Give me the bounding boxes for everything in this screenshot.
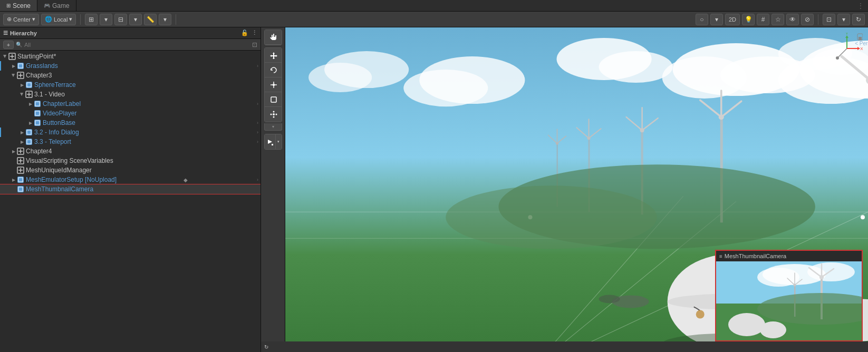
arrow-grasslands: ▶ [11,61,17,71]
tree-item-grasslands[interactable]: ▶ Grasslands › [0,61,261,71]
svg-rect-102 [272,144,273,145]
tree-item-chapter3[interactable]: ▶ Chapter3 [0,71,261,80]
tree-item-31video[interactable]: ▶ 3.1 - Video [0,90,261,99]
snap-button[interactable]: ⊞ [85,14,98,25]
tool-transform-btn[interactable] [265,107,282,122]
right-arrow-33: › [257,139,258,144]
arrow-chapter3: ▶ [9,72,18,79]
arrow-startingpoint: ▶ [1,53,10,60]
icon-chapterlabel [34,100,41,107]
tree-item-meshuniqueid[interactable]: ▶ MeshUniqueIdManager [0,165,261,175]
tree-item-startingpoint[interactable]: ▶ StartingPoint* [0,52,261,61]
tab-scene-label: Scene [13,2,31,9]
center-dropdown-icon: ▾ [32,16,35,23]
tree-item-sphereterrace[interactable]: ▶ SphereTerrace [0,80,261,90]
search-filter-icon[interactable]: ⊡ [252,41,257,48]
scene-toolbar: ⊕ Center ▾ 🌐 Local ▾ ⊞ ▾ ⊟ ▾ 📏 ▾ ○ ▾ 2D … [0,12,868,27]
hierarchy-tree: ▶ StartingPoint* ▶ Grasslands › [0,51,261,352]
arrow-buttonbase: ▶ [27,118,34,128]
center-button[interactable]: ⊕ Center ▾ [3,14,39,25]
icon-vs [17,157,24,164]
tree-item-videoplayer[interactable]: ▶ VideoPlayer [0,109,261,118]
svg-line-109 [838,48,847,57]
hierarchy-header-icon: ☰ [3,30,8,36]
extras-button[interactable]: ↻ [852,14,865,25]
snap2-dropdown[interactable]: ▾ [129,14,142,25]
tree-item-chapter4[interactable]: ▶ Chapter4 [0,146,261,156]
thumbnail-camera-label: MeshThumbnailCamera [725,253,786,259]
scene-visibility-button[interactable]: 👁 [786,14,799,25]
ruler-dropdown[interactable]: ▾ [159,14,171,25]
2d-button[interactable]: 2D [725,14,740,25]
tool-rotate-btn[interactable] [265,63,282,77]
svg-point-100 [270,114,272,115]
fx-button[interactable]: ☆ [771,14,784,25]
tree-item-buttonbase[interactable]: ▶ ButtonBase › [0,118,261,128]
hierarchy-more-icon[interactable]: ⋮ [252,30,257,36]
blue-line-32 [0,128,1,137]
render-dropdown[interactable]: ▾ [837,14,850,25]
right-arrow-chapterlabel: › [257,101,258,106]
tool-more-button[interactable]: ▾ [264,123,282,131]
arrow-chapter4: ▶ [11,146,17,156]
tool-rect-btn[interactable] [265,92,282,107]
snap2-button[interactable]: ⊟ [114,14,127,25]
tree-item-meshthumbnailcamera[interactable]: ▶ MeshThumbnailCamera [0,184,261,194]
tool-scale-btn[interactable] [265,77,282,92]
snap-dropdown[interactable]: ▾ [100,14,112,25]
label-meshthumbnailcamera: MeshThumbnailCamera [26,185,93,193]
tree-item-meshemulator[interactable]: ▶ MeshEmulatorSetup [NoUpload] ◆ › [0,175,261,184]
tab-scene[interactable]: ⊞ Scene [0,0,37,11]
render-mode-button[interactable]: ⊡ [823,14,835,25]
hierarchy-search-bar: + 🔍 ⊡ [0,39,261,51]
tree-item-visualscripting[interactable]: ▶ VisualScripting SceneVariables [0,156,261,165]
ruler-button[interactable]: 📏 [144,14,157,25]
global-illumination-button[interactable]: ○ [696,14,708,25]
tool-custom-dropdown[interactable]: ▾ [275,134,282,149]
tool-panel: ▾ ▾ [261,27,285,352]
icon-videoplayer [34,110,41,117]
svg-text:Y: Y [845,33,848,36]
toolbar-group-1 [264,30,282,45]
svg-text:X: X [860,46,863,51]
label-31video: 3.1 - Video [34,91,65,98]
tool-hand-btn[interactable] [265,30,282,45]
scene-view[interactable]: ▾ ▾ Y X [261,27,868,352]
tree-item-32infodialog[interactable]: ▶ 3.2 - Info Dialog › [0,128,261,137]
right-arrow-buttonbase: › [257,120,258,125]
tree-item-chapterlabel[interactable]: ▶ ChapterLabel › [0,99,261,109]
dropdown-btn-2[interactable]: ▾ [710,14,723,25]
center-icon: ⊕ [7,16,12,23]
label-startingpoint: StartingPoint* [17,53,56,60]
tab-game[interactable]: 🎮 Game [37,0,76,11]
arrow-me: ▶ [11,175,17,184]
light-button[interactable]: 💡 [742,14,755,25]
label-sphereterrace: SphereTerrace [34,81,76,89]
arrow-32: ▶ [19,128,25,137]
add-button[interactable]: + [3,41,14,49]
icon-32 [25,129,33,136]
svg-point-129 [760,321,786,338]
tool-move-btn[interactable] [265,48,282,63]
svg-point-99 [273,116,274,118]
hierarchy-lock-icon[interactable]: 🔓 [241,30,248,36]
tool-custom-btn[interactable] [265,134,275,149]
svg-point-128 [728,313,765,336]
icon-33 [25,138,33,145]
icon-buttonbase [34,119,41,126]
svg-rect-96 [271,97,276,102]
hierarchy-title: Hierarchy [10,30,37,36]
search-input[interactable] [24,42,250,48]
tree-item-33teleport[interactable]: ▶ 3.3 - Teleport › [0,137,261,146]
top-tab-bar: ⊞ Scene 🎮 Game ⋮ [0,0,868,12]
game-tab-icon: 🎮 [44,3,50,8]
toolbar-sep-1 [80,14,81,25]
tabs-more-button[interactable]: ⋮ [853,2,868,9]
overlays-button[interactable]: ⊘ [801,14,814,25]
audio-button[interactable]: # [757,14,769,25]
scene-tab-icon: ⊞ [6,3,11,8]
arrow-sphereterrace: ▶ [19,80,25,90]
right-arrow-grasslands: › [257,63,258,69]
local-button[interactable]: 🌐 Local ▾ [41,14,76,25]
label-33teleport: 3.3 - Teleport [34,138,71,145]
